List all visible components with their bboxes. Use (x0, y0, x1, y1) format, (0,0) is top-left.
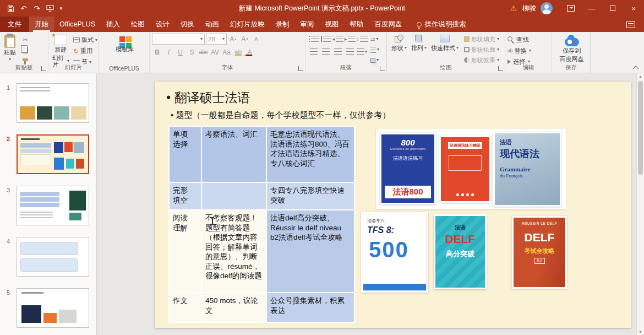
tab-insert[interactable]: 插入 (101, 17, 125, 32)
tell-me-search[interactable]: 操作说明搜索 (417, 17, 466, 32)
strikethrough-button[interactable]: abc (198, 47, 209, 57)
save-button[interactable] (4, 1, 17, 15)
cut-button[interactable]: ✂ (20, 35, 31, 44)
save-to-baidu-netdisk-button[interactable]: 保存到 百度网盘 (558, 34, 586, 63)
vertical-scrollbar[interactable]: ▲ ▼ (636, 73, 644, 335)
numbering-button[interactable] (320, 34, 331, 44)
table-cell-r4c3[interactable]: 公众号搜集素材，积累表达 (267, 293, 354, 322)
warning-icon[interactable]: ⚠ (510, 4, 517, 13)
decrease-indent-button[interactable]: ◂ (332, 34, 343, 44)
minimize-button[interactable]: — (581, 0, 602, 17)
arrange-button[interactable]: 排列▾ (409, 34, 429, 53)
table-cell-r1c1[interactable]: 单项 选择 (170, 127, 201, 182)
character-spacing-button[interactable]: AV (210, 47, 220, 57)
slide-2-thumbnail[interactable] (17, 134, 89, 174)
replace-button[interactable]: ab替换▾ (507, 46, 550, 56)
tab-draw[interactable]: 绘图 (125, 17, 150, 32)
increase-font-size-button[interactable]: A▴ (228, 34, 238, 45)
content-table[interactable]: 单项 选择 考察语法、词汇 毛意忠法语现代语法、法语语法练习800、冯百才法语语… (168, 126, 355, 323)
quick-styles-button[interactable]: 快速样式▾ (429, 34, 461, 53)
table-cell-r4c2[interactable]: 450 mots，议论文 (202, 293, 266, 322)
text-shadow-button[interactable]: S (187, 47, 197, 57)
table-cell-r3c1[interactable]: 阅读 理解 (170, 210, 201, 292)
text-direction-button[interactable]: ⇄▾ (370, 35, 379, 44)
align-center-button[interactable] (320, 46, 331, 57)
copy-button[interactable] (20, 46, 31, 55)
paste-button[interactable]: 粘贴 ▾ (2, 34, 18, 63)
clear-formatting-button[interactable]: A (251, 34, 261, 45)
change-case-button[interactable]: Aa (221, 47, 232, 57)
book-cover-grammar-exercises[interactable]: 法语语法练习精选 (439, 136, 491, 203)
book-cover-tfs8-500[interactable]: 法语专八 TFS 8: 500 (361, 212, 428, 293)
shape-fill-button[interactable]: 形状填充▾ (464, 35, 499, 44)
tab-officeplus[interactable]: OfficePLUS (54, 17, 101, 32)
book-cover-delf-gaofen[interactable]: 法语 DELF 高分突破 (434, 214, 487, 289)
scrollbar-thumb[interactable] (638, 81, 643, 175)
tab-design[interactable]: 设计 (150, 17, 175, 32)
tab-file[interactable]: 文件 (0, 17, 29, 32)
tab-baidu-netdisk[interactable]: 百度网盘 (369, 17, 408, 32)
scroll-up-arrow[interactable]: ▲ (637, 74, 644, 78)
table-cell-r3c3[interactable]: 法语delf高分突破、Réussir le delf niveau b2法语de… (267, 210, 354, 292)
find-button[interactable]: 查找 (507, 35, 550, 45)
table-cell-r2c3[interactable]: 专四专八完形填空快速突破 (267, 183, 354, 209)
book-cover-reussir-delf[interactable]: RÉUSSIR LE DELF DELF 考试全攻略 B2 (512, 216, 567, 289)
table-cell-r1c3[interactable]: 毛意忠法语现代语法、法语语法练习800、冯百才法语语法练习精选、专八核心词汇 (267, 127, 354, 182)
slide-title[interactable]: • 翻译硕士法语 (166, 89, 250, 106)
tab-review[interactable]: 审阅 (295, 17, 320, 32)
font-name-select[interactable]: ▾ (152, 34, 205, 45)
user-name[interactable]: 柳骏 (522, 4, 536, 13)
reuse-slides-button[interactable]: ↻重用 (73, 46, 97, 56)
ribbon-display-options-button[interactable] (560, 0, 581, 17)
columns-button[interactable]: ▾ (356, 46, 368, 57)
layout-button[interactable]: 版式▾ (73, 35, 97, 45)
table-cell-r1c2[interactable]: 考察语法、词汇 (202, 127, 266, 182)
bullets-button[interactable] (308, 34, 319, 44)
align-left-button[interactable] (308, 46, 319, 57)
book-cover-800-exercices[interactable]: 800 Exercices de grammaire 法语语法练习 法语800 (380, 133, 436, 204)
table-cell-r4c1[interactable]: 作文 (170, 293, 201, 322)
shape-outline-button[interactable]: 形状轮廓▾ (464, 45, 499, 54)
tab-help[interactable]: 帮助 (345, 17, 369, 32)
slide-1-thumbnail[interactable] (17, 83, 89, 123)
tab-view[interactable]: 视图 (320, 17, 345, 32)
font-dialog-launcher[interactable] (298, 66, 303, 71)
text-highlight-button[interactable]: ab (233, 47, 243, 57)
underline-button[interactable]: U (175, 47, 185, 57)
slide-editor-area[interactable]: • 翻译硕士法语 • 题型（一般都是自命题，每个学校题型不一样，仅供参考） 单项… (97, 73, 644, 335)
table-cell-r2c2[interactable] (202, 183, 266, 209)
font-color-button[interactable]: A (244, 47, 255, 57)
maximize-button[interactable] (602, 0, 623, 17)
justify-button[interactable] (344, 46, 356, 57)
convert-to-smartart-button[interactable]: ▾ (370, 56, 379, 64)
increase-indent-button[interactable]: ▸ (344, 34, 356, 44)
italic-button[interactable]: I (163, 47, 174, 57)
qat-customize-button[interactable]: ▾ (57, 1, 65, 15)
decrease-font-size-button[interactable]: A▾ (239, 34, 250, 45)
slide-5-thumbnail[interactable] (17, 288, 89, 328)
slide-3-thumbnail[interactable] (17, 186, 89, 225)
slideshow-button[interactable] (44, 1, 56, 15)
redo-button[interactable]: ↷ (31, 1, 43, 15)
shape-effects-button[interactable]: 形状效果▾ (464, 56, 499, 64)
drawing-dialog-launcher[interactable] (498, 66, 503, 71)
line-spacing-button[interactable]: ↕ (356, 34, 368, 44)
tab-animations[interactable]: 动画 (200, 17, 225, 32)
align-right-button[interactable] (332, 46, 343, 57)
comments-icon[interactable] (626, 21, 635, 28)
collapse-ribbon-button[interactable] (634, 65, 638, 70)
bold-button[interactable]: B (152, 47, 162, 57)
slide-thumbnail-panel[interactable]: 1 2 3 4 5 (0, 73, 97, 335)
tab-home[interactable]: 开始 (29, 17, 54, 32)
tab-transitions[interactable]: 切换 (175, 17, 200, 32)
slide-canvas[interactable]: • 翻译硕士法语 • 题型（一般都是自命题，每个学校题型不一样，仅供参考） 单项… (155, 82, 631, 328)
clipboard-dialog-launcher[interactable] (41, 66, 46, 71)
undo-button[interactable]: ↶ (18, 1, 30, 15)
avatar[interactable] (541, 2, 553, 14)
slide-subtitle[interactable]: • 题型（一般都是自命题，每个学校题型不一样，仅供参考） (171, 110, 390, 121)
align-text-button[interactable]: ▾ (370, 45, 379, 54)
tab-slideshow[interactable]: 幻灯片放映 (225, 17, 270, 32)
template-library-button[interactable]: 模板库 (114, 34, 135, 54)
font-size-select[interactable]: 28▾ (206, 34, 227, 45)
book-cover-modern-grammar[interactable]: 法语 现代语法 Grammaire du Français (493, 132, 561, 207)
